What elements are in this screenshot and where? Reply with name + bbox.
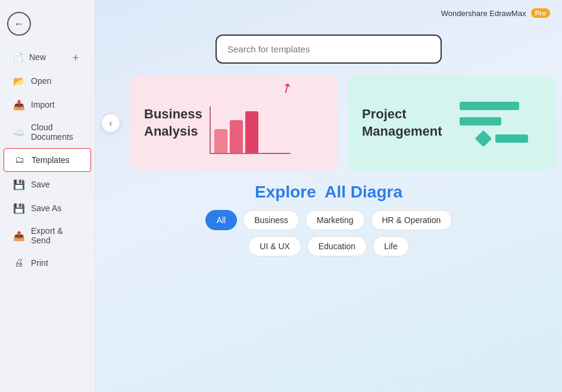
card-business-analysis[interactable]: BusinessAnalysis ↗ [130,76,338,171]
import-icon: 📥 [13,99,25,111]
pm-row [460,133,528,145]
sidebar-import-label: Import [31,100,55,109]
sidebar-item-saveas[interactable]: 💾 Save As [4,197,91,219]
sidebar-templates-label: Templates [32,155,70,165]
export-icon: 📤 [13,230,25,242]
main-content: Wondershare EdrawMax Pro ‹ BusinessAnaly… [95,0,562,392]
pill-life[interactable]: Life [373,236,409,256]
pm-bar-1 [460,102,519,110]
card-project-management[interactable]: ProjectManagement [348,76,556,171]
business-chart-graphic: ↗ [214,93,286,153]
saveas-icon: 💾 [13,202,25,214]
category-pills-row2: UI & UX Education Life [95,230,562,256]
pm-bar-2 [460,117,501,126]
cloud-icon: ☁️ [13,126,25,138]
open-icon: 📂 [13,75,25,87]
print-icon: 🖨 [13,257,25,269]
sidebar-cloud-label: Cloud Documents [31,123,82,142]
pro-badge: Pro [531,8,550,18]
chart-y-axis [210,106,211,154]
carousel-cards: BusinessAnalysis ↗ ProjectManagement [130,76,556,171]
save-icon: 💾 [13,178,25,190]
explore-static-text: Explore [255,183,316,201]
sidebar-item-import[interactable]: 📥 Import [4,93,91,116]
sidebar-saveas-label: Save As [31,203,61,213]
pm-graphic [460,102,528,145]
carousel-prev-button[interactable]: ‹ [101,114,120,133]
card-project-title: ProjectManagement [362,106,442,140]
category-pills-row1: All Business Marketing HR & Operation [95,202,562,230]
pill-all[interactable]: All [205,210,238,230]
pill-ui-ux[interactable]: UI & UX [248,236,301,256]
sidebar: ← 📄 New ＋ 📂 Open 📥 Import ☁️ Cloud Docum… [0,0,95,392]
sidebar-item-print[interactable]: 🖨 Print [4,252,91,274]
sidebar-save-label: Save [31,180,50,189]
sidebar-open-label: Open [31,76,51,86]
pm-bar-3 [495,134,528,143]
bar-2 [230,120,243,153]
sidebar-item-cloud[interactable]: ☁️ Cloud Documents [4,117,91,147]
search-section [95,18,562,76]
sidebar-item-new[interactable]: 📄 New ＋ [4,46,91,68]
search-input[interactable] [216,35,442,64]
explore-dynamic-text: All Diagra [324,183,402,201]
sidebar-print-label: Print [31,258,48,268]
card-business-title: BusinessAnalysis [144,106,202,140]
search-box [216,35,442,64]
pill-education[interactable]: Education [307,236,367,256]
chart-arrow-icon: ↗ [278,79,295,98]
back-button[interactable]: ← [7,12,31,36]
sidebar-new-label: New [29,52,64,62]
sidebar-item-templates[interactable]: 🗂 Templates [4,148,91,172]
pill-business[interactable]: Business [243,210,299,230]
carousel-section: ‹ BusinessAnalysis ↗ Proje [95,76,562,171]
bar-1 [214,129,227,153]
explore-title: Explore All Diagra [107,183,550,202]
explore-section: Explore All Diagra [95,171,562,202]
sidebar-item-save[interactable]: 💾 Save [4,173,91,196]
new-icon: 📄 [13,52,23,62]
app-name: Wondershare EdrawMax [441,9,526,18]
pm-diamond-icon [475,130,492,147]
sidebar-item-open[interactable]: 📂 Open [4,70,91,92]
sidebar-item-export[interactable]: 📤 Export & Send [4,221,91,250]
chart-x-axis [210,153,291,154]
plus-icon: ＋ [70,51,82,63]
top-bar: Wondershare EdrawMax Pro [95,0,562,18]
bar-3 [245,111,258,153]
pill-hr-operation[interactable]: HR & Operation [371,210,452,230]
pill-marketing[interactable]: Marketing [305,210,364,230]
sidebar-export-label: Export & Send [31,226,82,245]
templates-icon: 🗂 [14,154,26,166]
